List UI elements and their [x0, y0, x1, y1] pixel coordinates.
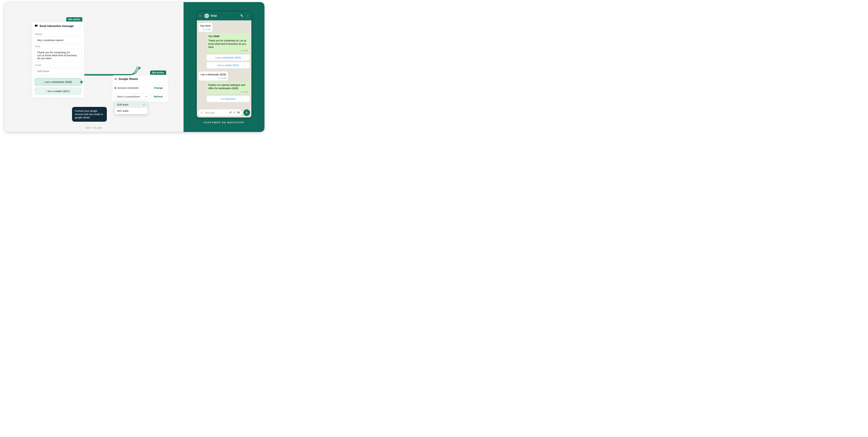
timestamp: 11.14 AM — [200, 28, 211, 31]
header-input[interactable] — [35, 36, 82, 44]
message-input[interactable]: ☺ Message ₹ — [198, 109, 242, 116]
canvas-label: BOT FLOW — [86, 126, 102, 129]
connector-dot[interactable] — [80, 81, 83, 83]
card-title: Google Sheets — [119, 78, 161, 81]
msg-text: Hey — [209, 35, 214, 38]
spreadsheet-dropdown: B2B leads ✓ B2C leads — [115, 101, 148, 114]
msg-text: Explore our special catalogue and offers… — [209, 84, 245, 90]
incoming-message: I am a wholesaler (B2B) 11.14 AM — [198, 71, 228, 81]
call-icon[interactable] — [240, 14, 243, 18]
greet-name: Virat! — [213, 35, 220, 38]
select-label: Select a spreadsheet — [117, 95, 140, 98]
option-wholesaler-label: I am a wholesaler (B2B) — [44, 81, 72, 83]
mic-button[interactable] — [243, 109, 250, 116]
phone-preview-pane: ← V Virat ⋮ Hey there 11.14 AM Hey Virat… — [184, 2, 265, 132]
outgoing-message: Hey Virat! Thank you for contacting us! … — [207, 33, 250, 53]
dropdown-item-b2b[interactable]: B2B leads ✓ — [115, 101, 148, 108]
svg-point-1 — [238, 112, 239, 113]
dropdown-item-b2c[interactable]: B2C leads — [115, 108, 148, 114]
chevron-down-icon — [145, 95, 147, 98]
send-interactive-card[interactable]: Bot action Send interactive message ⋮ He… — [32, 22, 84, 98]
footer-input[interactable] — [35, 67, 82, 75]
card-menu-icon[interactable]: ⋮ — [163, 78, 165, 80]
card-title: Send interactive message — [39, 25, 77, 28]
rupee-icon[interactable]: ₹ — [234, 111, 236, 114]
avatar[interactable]: V — [205, 13, 209, 18]
emoji-icon[interactable]: ☺ — [200, 111, 204, 115]
body-label: Body — [35, 45, 81, 48]
reply-option-interested[interactable]: I'm Interested — [207, 96, 250, 102]
msg-text: I am a wholesaler (B2B) — [200, 73, 226, 76]
reply-option-wholesaler[interactable]: I am a wholesaler (B2B) — [207, 55, 250, 61]
back-icon[interactable]: ← — [199, 13, 203, 18]
flow-canvas[interactable]: Bot action Send interactive message ⋮ He… — [4, 2, 184, 132]
camera-icon[interactable] — [237, 111, 240, 114]
chat-body[interactable]: Hey there 11.14 AM Hey Virat! Thank you … — [197, 20, 251, 109]
chat-input-bar: ☺ Message ₹ — [197, 109, 251, 118]
footer-label: Footer — [35, 64, 81, 66]
check-icon: ✓ — [143, 103, 145, 106]
dropdown-item-label: B2B leads — [117, 103, 128, 106]
hint-tooltip: Connect your google account and sync lea… — [72, 107, 107, 122]
card-header: G Google Sheets ⋮ — [112, 76, 168, 83]
bot-action-tag: Bot action — [66, 17, 82, 22]
timestamp: 11.14 AM — [209, 50, 248, 52]
contact-name: Virat — [211, 14, 239, 18]
body-input[interactable] — [35, 49, 82, 62]
card-menu-icon[interactable]: ⋮ — [79, 25, 82, 27]
timestamp: 11.14 AM — [209, 91, 248, 93]
bot-action-tag: Bot action — [150, 70, 166, 75]
chat-icon — [35, 24, 38, 28]
incoming-message: Hey there 11.14 AM — [198, 23, 213, 32]
change-button[interactable]: Change — [151, 85, 165, 91]
spreadsheet-select[interactable]: Select a spreadsheet — [115, 93, 150, 100]
timestamp: 11.14 AM — [200, 77, 226, 80]
option-retailer[interactable]: I am a retailer (B2C) — [35, 87, 82, 95]
message-placeholder: Message — [205, 111, 227, 114]
option-wholesaler[interactable]: I am a wholesaler (B2B) — [35, 78, 82, 86]
msg-text: Thank you for contacting us! Let us know… — [209, 39, 248, 49]
header-label: Header — [35, 33, 81, 35]
app-frame: Bot action Send interactive message ⋮ He… — [4, 2, 265, 132]
card-header: Send interactive message ⋮ — [32, 22, 84, 30]
status-dot-icon — [115, 87, 116, 89]
svg-marker-0 — [138, 67, 141, 70]
phone-mock: ← V Virat ⋮ Hey there 11.14 AM Hey Virat… — [196, 11, 252, 118]
phone-pane-label: CUSTOMER ON WHATSAPP — [204, 121, 244, 124]
refresh-button[interactable]: Refresh — [151, 94, 165, 99]
msg-text: Hey there — [200, 24, 211, 27]
outgoing-message: Explore our special catalogue and offers… — [207, 82, 250, 94]
google-sheets-card[interactable]: Bot action G Google Sheets ⋮ Account con… — [112, 75, 168, 102]
reply-option-retailer[interactable]: I am a retailer (B2C) — [207, 62, 250, 68]
attach-icon[interactable] — [229, 111, 232, 114]
kebab-icon[interactable]: ⋮ — [246, 14, 249, 18]
account-status: Account connected — [118, 87, 150, 89]
google-icon: G — [115, 78, 117, 81]
chat-header: ← V Virat ⋮ — [197, 11, 251, 20]
